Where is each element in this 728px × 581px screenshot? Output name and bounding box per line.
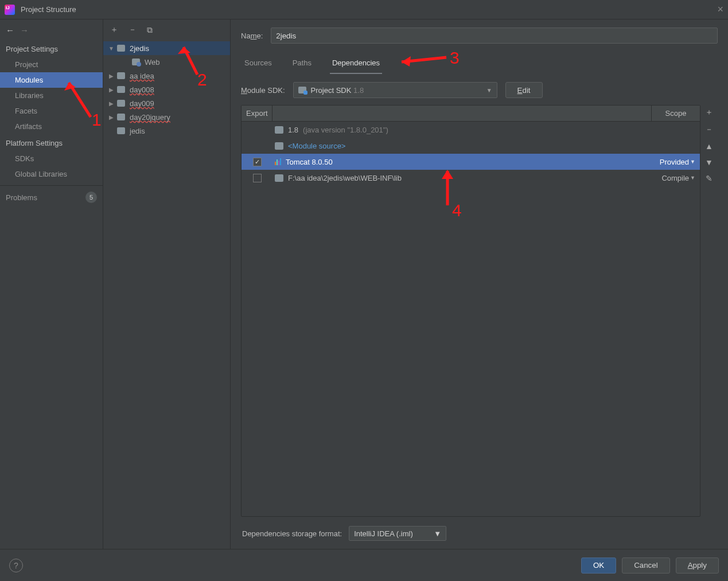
tree-item[interactable]: jedis — [103, 124, 230, 138]
name-input[interactable] — [271, 28, 718, 44]
bottombar: ? OK Cancel Apply — [0, 549, 728, 581]
tree-item[interactable]: ▶aa idea — [103, 69, 230, 83]
tree-item-label: aa idea — [127, 72, 154, 80]
tab-paths[interactable]: Paths — [290, 55, 314, 74]
chevron-down-icon: ▼ — [434, 529, 441, 538]
tree-item-label: 2jedis — [127, 44, 149, 53]
folder-icon — [117, 72, 125, 79]
tab-dependencies[interactable]: Dependencies — [330, 55, 382, 74]
tree-item[interactable]: ▼2jedis — [103, 41, 230, 55]
edit-dep-icon[interactable]: ✎ — [706, 174, 713, 183]
export-checkbox[interactable]: ✓ — [253, 158, 262, 166]
sdk-combo[interactable]: Project SDK 1.8 ▼ — [293, 82, 497, 98]
module-tree[interactable]: ▼2jedisWeb▶aa idea▶day008▶day009▶day20jq… — [103, 40, 230, 549]
content-panel: Name: Sources Paths Dependencies Module … — [231, 20, 728, 549]
folder-icon — [132, 59, 140, 65]
nav-facets[interactable]: Facets — [0, 103, 103, 119]
window-title: Project Structure — [21, 5, 76, 14]
copy-icon[interactable]: ⧉ — [147, 25, 153, 35]
tree-item-label: day008 — [127, 85, 154, 94]
nav-project[interactable]: Project — [0, 57, 103, 72]
scope-cell[interactable]: Provided▼ — [651, 158, 700, 166]
scope-cell[interactable]: Compile▼ — [651, 174, 700, 182]
tab-sources[interactable]: Sources — [242, 55, 274, 74]
tree-item[interactable]: ▶day009 — [103, 96, 230, 110]
help-icon[interactable]: ? — [9, 559, 23, 572]
expand-icon[interactable]: ▶ — [108, 114, 115, 120]
nav-arrows: ← → — [0, 20, 103, 40]
remove-icon[interactable]: － — [129, 25, 137, 35]
dependency-suffix: (java version "1.8.0_201") — [303, 126, 388, 134]
dependency-row[interactable]: 1.8 (java version "1.8.0_201") — [242, 122, 700, 138]
name-label: Name: — [241, 32, 263, 40]
forward-icon[interactable]: → — [20, 25, 29, 35]
dependency-label: <Module source> — [288, 142, 345, 150]
storage-label: Dependencies storage format: — [242, 529, 342, 538]
add-dep-icon[interactable]: ＋ — [705, 107, 713, 118]
module-toolbar: ＋ － ⧉ — [103, 20, 230, 40]
nav-sdks[interactable]: SDKs — [0, 151, 103, 166]
library-icon — [275, 158, 281, 165]
section-platform-settings: Platform Settings — [0, 134, 103, 151]
tree-item-label: jedis — [127, 127, 145, 135]
problems-label: Problems — [6, 193, 37, 202]
nav-libraries[interactable]: Libraries — [0, 88, 103, 103]
remove-dep-icon[interactable]: － — [705, 124, 713, 135]
titlebar: Project Structure × — [0, 0, 728, 20]
dependency-row[interactable]: <Module source> — [242, 138, 700, 154]
folder-icon — [117, 45, 125, 52]
chevron-down-icon: ▼ — [486, 87, 492, 93]
close-icon[interactable]: × — [717, 3, 723, 15]
dependencies-header: Export Scope — [242, 106, 700, 122]
dependency-label: Tomcat 8.0.50 — [286, 158, 333, 166]
export-checkbox[interactable] — [253, 174, 262, 182]
tree-item-label: Web — [142, 58, 160, 67]
module-panel: ＋ － ⧉ ▼2jedisWeb▶aa idea▶day008▶day009▶d… — [103, 20, 231, 549]
expand-icon[interactable]: ▼ — [108, 45, 115, 52]
cancel-button[interactable]: Cancel — [622, 557, 670, 574]
tree-item[interactable]: ▶day20jquery — [103, 110, 230, 124]
app-icon — [5, 5, 15, 15]
folder-icon — [117, 100, 125, 107]
dependencies-side-tools: ＋ － ▲ ▼ ✎ — [700, 105, 718, 517]
col-export[interactable]: Export — [242, 106, 272, 121]
apply-button[interactable]: Apply — [676, 557, 719, 574]
folder-icon — [117, 114, 125, 120]
tree-item[interactable]: Web — [103, 55, 230, 69]
sdk-icon — [298, 87, 306, 93]
expand-icon[interactable]: ▶ — [108, 100, 115, 107]
nav-global-libraries[interactable]: Global Libraries — [0, 166, 103, 182]
col-scope[interactable]: Scope — [651, 106, 700, 121]
section-project-settings: Project Settings — [0, 40, 103, 57]
tree-item[interactable]: ▶day008 — [103, 83, 230, 96]
tree-item-label: day009 — [127, 99, 154, 108]
chevron-down-icon: ▼ — [690, 159, 695, 165]
folder-icon — [275, 126, 283, 134]
expand-icon[interactable]: ▶ — [108, 73, 115, 79]
move-up-icon[interactable]: ▲ — [705, 142, 713, 151]
nav-problems[interactable]: Problems 5 — [0, 185, 103, 209]
dependencies-table[interactable]: Export Scope 1.8 (java version "1.8.0_20… — [241, 105, 700, 517]
folder-icon — [275, 142, 283, 150]
problems-badge: 5 — [85, 192, 97, 203]
back-icon[interactable]: ← — [6, 25, 14, 35]
move-down-icon[interactable]: ▼ — [705, 158, 713, 167]
sidebar: ← → Project Settings Project Modules Lib… — [0, 20, 103, 549]
dependency-row[interactable]: F:\aa idea\2jedis\web\WEB-INF\libCompile… — [242, 170, 700, 186]
sdk-label: Module SDK: — [241, 86, 285, 95]
folder-icon — [117, 86, 125, 93]
storage-combo[interactable]: IntelliJ IDEA (.iml) ▼ — [349, 526, 446, 541]
dependency-label: 1.8 — [288, 126, 298, 134]
add-icon[interactable]: ＋ — [110, 25, 118, 35]
dependency-row[interactable]: ✓Tomcat 8.0.50Provided▼ — [242, 154, 700, 170]
folder-icon — [117, 127, 125, 134]
folder-icon — [275, 174, 283, 182]
ok-button[interactable]: OK — [581, 557, 616, 574]
expand-icon[interactable]: ▶ — [108, 87, 115, 93]
dependency-label: F:\aa idea\2jedis\web\WEB-INF\lib — [288, 174, 402, 182]
tabs: Sources Paths Dependencies — [241, 52, 718, 74]
nav-artifacts[interactable]: Artifacts — [0, 119, 103, 134]
edit-button[interactable]: Edit — [505, 82, 543, 98]
tree-item-label: day20jquery — [127, 113, 170, 122]
nav-modules[interactable]: Modules — [0, 72, 103, 88]
